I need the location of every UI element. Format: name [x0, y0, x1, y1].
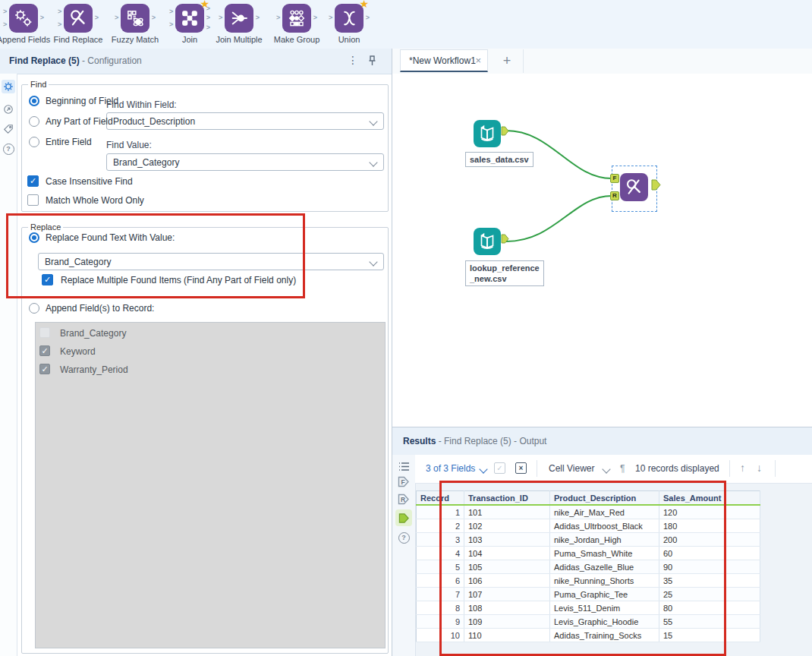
output-anchor-selected-icon[interactable]: [395, 509, 412, 526]
fields-selector[interactable]: 3 of 3 Fields: [426, 463, 475, 474]
input-node-sales-data[interactable]: [474, 120, 501, 147]
record-cell[interactable]: 2: [417, 519, 464, 533]
output-anchor-icon[interactable]: [651, 179, 661, 191]
select-fields-check-icon[interactable]: ✓: [494, 462, 505, 474]
replace-multiple-checkbox[interactable]: ✓: [42, 274, 53, 285]
record-cell[interactable]: 5: [417, 560, 464, 574]
radio-replace-found-text[interactable]: [29, 232, 39, 243]
cell[interactable]: 103: [464, 533, 550, 547]
node-label-sales-data[interactable]: sales_data.csv: [465, 152, 533, 167]
radio-append-fields[interactable]: [29, 303, 39, 314]
cell[interactable]: 107: [464, 588, 550, 601]
chevron-down-icon[interactable]: [479, 465, 487, 473]
cell[interactable]: Adidas_Training_Socks: [550, 629, 659, 642]
record-cell[interactable]: 9: [417, 615, 464, 629]
find-within-field-select[interactable]: Product_Description: [106, 112, 384, 130]
field-label: Warranty_Period: [60, 364, 128, 375]
column-header[interactable]: Sales_Amount: [659, 491, 760, 506]
field-checkbox[interactable]: ✓: [39, 364, 50, 374]
cell[interactable]: 80: [659, 601, 760, 615]
cell[interactable]: 60: [659, 547, 760, 560]
table-row: 1 101 nike_Air_Max_Red 120: [417, 505, 760, 519]
record-cell[interactable]: 6: [417, 574, 464, 588]
radio-entire-field[interactable]: [29, 137, 39, 147]
cell[interactable]: nike_Running_Shorts: [550, 574, 659, 588]
close-icon[interactable]: ×: [475, 55, 481, 66]
cell[interactable]: 25: [659, 588, 760, 601]
cell[interactable]: 101: [464, 505, 550, 519]
tool-union[interactable]: > > ★ Union: [315, 4, 383, 44]
cell[interactable]: 106: [464, 574, 550, 588]
append-fields-listbox[interactable]: Brand_Category ✓ Keyword ✓ Warranty_Peri…: [35, 322, 386, 648]
cell[interactable]: Adidas_Ultrboost_Black: [550, 519, 659, 533]
cell[interactable]: 104: [464, 547, 550, 560]
record-cell[interactable]: 3: [417, 533, 464, 547]
radio-any-part-of-field[interactable]: [29, 116, 39, 127]
paragraph-icon[interactable]: ¶: [620, 463, 625, 474]
cell[interactable]: 109: [464, 615, 550, 629]
record-cell[interactable]: 1: [417, 505, 464, 519]
menu-icon[interactable]: ⋮: [348, 54, 358, 66]
tab-new-workflow1[interactable]: *New Workflow1 ×: [400, 49, 488, 72]
cell[interactable]: 110: [464, 629, 550, 642]
cell[interactable]: 105: [464, 560, 550, 574]
cell[interactable]: 90: [659, 560, 760, 574]
case-insensitive-checkbox[interactable]: ✓: [27, 175, 39, 187]
chevron-down-icon[interactable]: [602, 465, 610, 473]
replace-value-select[interactable]: Brand_Category: [38, 253, 384, 270]
radio-beginning-of-field[interactable]: [29, 96, 39, 106]
cell[interactable]: 35: [659, 574, 760, 588]
help-icon[interactable]: ?: [2, 142, 15, 156]
cell[interactable]: 180: [659, 519, 760, 533]
deselect-fields-icon[interactable]: ×: [515, 462, 527, 474]
record-cell[interactable]: 10: [417, 629, 464, 642]
cell[interactable]: Puma_Graphic_Tee: [550, 588, 659, 601]
pin-icon[interactable]: [367, 55, 378, 67]
cell[interactable]: 102: [464, 519, 550, 533]
anchor-r-icon[interactable]: R: [397, 492, 411, 506]
results-title-bold: Results: [403, 436, 436, 446]
input-anchor-r[interactable]: R: [610, 191, 619, 200]
node-label-lookup-reference[interactable]: lookup_reference _new.csv: [465, 260, 544, 286]
cell[interactable]: 55: [659, 615, 760, 629]
cell[interactable]: 200: [659, 533, 760, 547]
column-header[interactable]: Product_Description: [550, 491, 659, 506]
scroll-down-icon[interactable]: ↓: [757, 462, 762, 474]
cell[interactable]: 120: [659, 505, 760, 519]
list-item[interactable]: ✓ Keyword: [36, 344, 385, 359]
record-cell[interactable]: 8: [417, 601, 464, 615]
gear-icon[interactable]: [2, 80, 15, 93]
column-header[interactable]: Transaction_ID: [464, 491, 550, 506]
input-anchor-f[interactable]: F: [610, 174, 619, 183]
scroll-up-icon[interactable]: ↑: [740, 462, 745, 474]
record-cell[interactable]: 7: [417, 588, 464, 601]
cell[interactable]: Levis_511_Denim: [550, 601, 659, 615]
record-cell[interactable]: 4: [417, 547, 464, 560]
find-replace-node[interactable]: [620, 173, 648, 201]
field-checkbox[interactable]: ✓: [39, 345, 50, 356]
tag-icon[interactable]: [2, 122, 15, 136]
list-view-icon[interactable]: [397, 459, 411, 473]
new-tab-button[interactable]: +: [491, 49, 524, 73]
workflow-canvas[interactable]: sales_data.csv F R lookup_reference _new…: [392, 74, 812, 427]
anchor-f-icon[interactable]: F: [397, 475, 411, 488]
column-header[interactable]: Record: [417, 491, 464, 506]
cell[interactable]: Adidas_Gazelle_Blue: [550, 560, 659, 574]
cell[interactable]: nike_Jordan_High: [550, 533, 659, 547]
list-item[interactable]: ✓ Warranty_Period: [36, 362, 385, 377]
field-checkbox[interactable]: [39, 327, 50, 338]
output-anchor-icon[interactable]: [501, 234, 509, 244]
cell[interactable]: nike_Air_Max_Red: [550, 505, 659, 519]
cell-viewer-selector[interactable]: Cell Viewer: [549, 463, 594, 474]
output-anchor-icon[interactable]: [501, 126, 509, 136]
match-whole-word-checkbox[interactable]: [27, 194, 39, 206]
cell[interactable]: Levis_Graphic_Hoodie: [550, 615, 659, 629]
cell[interactable]: 108: [464, 601, 550, 615]
cell[interactable]: 15: [659, 629, 760, 642]
cell[interactable]: Puma_Smash_White: [550, 547, 659, 560]
list-item[interactable]: Brand_Category: [36, 326, 385, 341]
find-value-select[interactable]: Brand_Category: [106, 153, 384, 171]
share-icon[interactable]: [2, 102, 15, 116]
input-node-lookup-reference[interactable]: [474, 228, 501, 255]
help-icon[interactable]: ?: [397, 531, 411, 544]
